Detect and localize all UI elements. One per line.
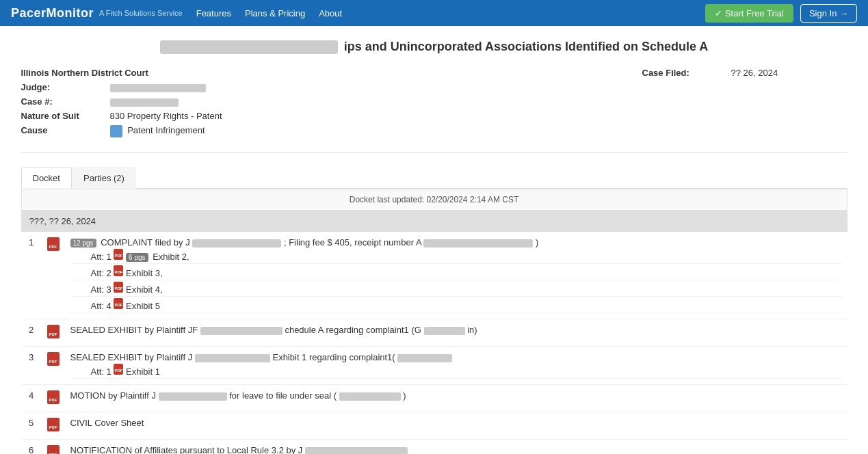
pdf-icon[interactable] — [114, 282, 123, 293]
case-num-value — [110, 96, 179, 107]
brand: PacerMonitor A Fitch Solutions Service — [11, 6, 183, 21]
nature-value: 830 Property Rights - Patent — [110, 111, 222, 121]
entry-blurred2 — [397, 354, 452, 362]
table-row: 4 MOTION by Plaintiff J for leave to fil… — [21, 385, 847, 412]
entry-text-end: ) — [403, 390, 406, 401]
start-free-trial-button[interactable]: ✓ Start Free Trial — [705, 4, 793, 23]
table-row: 3 SEALED EXHIBIT by Plaintiff J Exhibit … — [21, 347, 847, 385]
entry-text-end: in) — [467, 325, 477, 335]
nature-label: Nature of Suit — [21, 111, 103, 121]
case-title-visible: ips and Unincorporated Associations Iden… — [344, 40, 709, 53]
entry-text-end: ) — [536, 237, 538, 248]
pdf-cell — [42, 347, 65, 385]
nature-row: Nature of Suit 830 Property Rights - Pat… — [21, 111, 615, 121]
tab-parties[interactable]: Parties (2) — [72, 167, 136, 189]
cause-label: Cause — [21, 125, 103, 135]
cause-value: Patent Infringement — [110, 125, 205, 137]
nav-features[interactable]: Features — [196, 8, 231, 18]
entry-text-mid: chedule A regarding complaint1 (G — [285, 325, 421, 335]
entry-blurred2 — [339, 392, 401, 401]
pdf-cell — [42, 232, 65, 319]
court-value: Illinois Northern District Court — [21, 68, 148, 78]
pdf-cell — [42, 319, 65, 347]
nav-plans-pricing[interactable]: Plans & Pricing — [245, 8, 305, 18]
sign-in-button[interactable]: Sign In → — [800, 4, 857, 23]
pdf-icon[interactable] — [47, 418, 60, 431]
pdf-icon[interactable] — [114, 265, 123, 276]
tab-docket[interactable]: Docket — [21, 167, 72, 189]
cause-row: Cause Patent Infringement — [21, 125, 615, 137]
pdf-icon[interactable] — [47, 325, 60, 338]
case-meta: Illinois Northern District Court Judge: … — [21, 68, 847, 153]
entry-blurred2 — [424, 327, 465, 335]
cause-icon — [110, 125, 122, 137]
table-row: 5 CIVIL Cover Sheet — [21, 412, 847, 440]
pdf-cell — [42, 385, 65, 412]
entry-text-blurred2 — [423, 239, 533, 248]
entry-text: SEALED EXHIBIT by Plaintiff JF chedule A… — [65, 319, 847, 347]
attachments-table: Att: 1 Exhibit 1 — [70, 362, 842, 379]
nav-actions: ✓ Start Free Trial Sign In → — [705, 4, 857, 23]
table-row: 2 SEALED EXHIBIT by Plaintiff JF chedule… — [21, 319, 847, 347]
judge-label: Judge: — [21, 82, 103, 92]
pdf-icon[interactable] — [47, 390, 60, 404]
attachment-row: Att: 3 Exhibit 4, — [70, 280, 842, 297]
pdf-cell — [42, 412, 65, 440]
tabs: Docket Parties (2) — [21, 167, 847, 189]
pdf-icon[interactable] — [114, 364, 123, 375]
docket-table: 1 12 pgs COMPLAINT filed by J ; Filing f… — [21, 232, 847, 454]
entry-text-blurred — [192, 239, 281, 248]
entry-num: 3 — [21, 347, 42, 385]
nav-links: Features Plans & Pricing About — [196, 8, 692, 18]
entry-num: 6 — [21, 440, 42, 454]
pdf-icon[interactable] — [47, 352, 60, 366]
entry-text-start: CIVIL Cover Sheet — [70, 418, 144, 428]
case-num-blurred — [110, 98, 179, 107]
filed-row: Case Filed: ?? 26, 2024 — [642, 68, 847, 78]
attachments-table: Att: 1 6 pgs Exhibit 2, Att: 2 Exhibit 3… — [70, 248, 842, 313]
attachment-row: Att: 1 6 pgs Exhibit 2, — [70, 248, 842, 264]
entry-text-mid: ; Filing fee $ 405, receipt number A — [284, 237, 421, 248]
attachment-row: Att: 2 Exhibit 3, — [70, 264, 842, 280]
meta-left: Illinois Northern District Court Judge: … — [21, 68, 615, 142]
entry-blurred — [195, 354, 270, 362]
attachment-row: Att: 1 Exhibit 1 — [70, 362, 842, 379]
entry-text: CIVIL Cover Sheet — [65, 412, 847, 440]
entry-num: 5 — [21, 412, 42, 440]
filed-value: ?? 26, 2024 — [731, 68, 778, 78]
court-row: Illinois Northern District Court — [21, 68, 615, 78]
navbar: PacerMonitor A Fitch Solutions Service F… — [0, 0, 868, 26]
entry-text-start: SEALED EXHIBIT by Plaintiff JF — [70, 325, 198, 335]
att-label: Att: 3 Exhibit 4, — [70, 280, 842, 297]
pdf-icon[interactable] — [114, 298, 123, 309]
brand-subtitle: A Fitch Solutions Service — [99, 9, 183, 17]
pdf-icon[interactable] — [114, 249, 123, 260]
att-label: Att: 1 Exhibit 1 — [70, 362, 842, 379]
entry-num: 2 — [21, 319, 42, 347]
pdf-icon[interactable] — [47, 445, 60, 454]
cause-text: Patent Infringement — [127, 126, 205, 136]
entry-text-start: MOTION by Plaintiff J — [70, 390, 156, 401]
entry-text: SEALED EXHIBIT by Plaintiff J Exhibit 1 … — [65, 347, 847, 385]
page-badge: 12 pgs — [70, 239, 96, 248]
entry-text-mid: for leave to file under seal ( — [229, 390, 337, 401]
docket-status: Docket last updated: 02/20/2024 2:14 AM … — [21, 189, 847, 211]
att-badge: 6 pgs — [126, 253, 148, 262]
case-num-row: Case #: — [21, 96, 615, 107]
judge-row: Judge: — [21, 82, 615, 92]
case-num-label: Case #: — [21, 96, 103, 107]
meta-right: Case Filed: ?? 26, 2024 — [642, 68, 847, 142]
nav-about[interactable]: About — [319, 8, 342, 18]
brand-name: PacerMonitor — [11, 6, 94, 21]
att-label: Att: 4 Exhibit 5 — [70, 297, 842, 313]
entry-blurred — [159, 392, 227, 401]
judge-value — [110, 82, 206, 92]
case-title-blurred — [160, 40, 338, 54]
entry-blurred — [200, 327, 282, 335]
pdf-icon[interactable] — [47, 237, 60, 251]
entry-text: 12 pgs COMPLAINT filed by J ; Filing fee… — [65, 232, 847, 319]
page-content: ips and Unincorporated Associations Iden… — [10, 26, 858, 454]
att-label: Att: 1 6 pgs Exhibit 2, — [70, 248, 842, 264]
att-label: Att: 2 Exhibit 3, — [70, 264, 842, 280]
entry-text-start: SEALED EXHIBIT by Plaintiff J — [70, 352, 193, 362]
